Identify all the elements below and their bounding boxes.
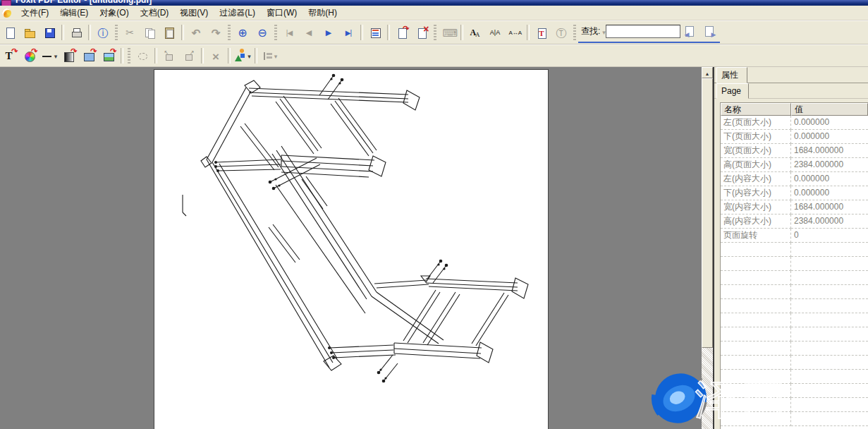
property-value-cell[interactable]: 0	[791, 229, 868, 243]
scrollbar-thumb[interactable]	[702, 78, 713, 348]
char-spacing-button[interactable]	[485, 23, 505, 42]
line-style-dropdown[interactable]	[54, 51, 58, 61]
insert-shape-button[interactable]	[233, 47, 252, 65]
zoom-in-button[interactable]	[233, 23, 252, 42]
page-canvas[interactable]	[154, 69, 549, 429]
edit-text-object-button[interactable]	[0, 47, 20, 65]
zoom-out-button[interactable]	[252, 23, 272, 42]
char-width-icon	[509, 27, 521, 39]
property-name-cell	[721, 342, 791, 356]
properties-panel: 属性 Page 名称 值 左(页面大小)0.000000下(页面大小)0.000…	[714, 67, 868, 429]
open-file-button[interactable]	[20, 23, 39, 42]
property-value-cell[interactable]: 1684.000000	[791, 200, 868, 214]
new-file-button[interactable]	[0, 23, 20, 42]
next-page-button[interactable]	[319, 23, 338, 42]
property-value-cell[interactable]: 0.000000	[791, 172, 868, 186]
property-value-cell	[791, 313, 868, 327]
rotate-left-button[interactable]	[159, 47, 179, 65]
property-name-cell	[721, 271, 791, 285]
property-row: 下(内容大小)0.000000	[721, 186, 868, 200]
title-bar[interactable]: Foxit PDF Editor - [dhtiduong.pdf]	[0, 0, 868, 6]
toolbar-separator	[154, 48, 157, 64]
menu-item-4[interactable]: 视图(V)	[174, 6, 214, 20]
add-text-button[interactable]	[532, 23, 551, 42]
property-value-cell[interactable]: 2384.000000	[791, 214, 868, 229]
menu-item-5[interactable]: 过滤器(L)	[214, 6, 261, 20]
zoom-out-icon	[257, 27, 269, 39]
redo-button[interactable]	[206, 23, 226, 42]
edit-color-button[interactable]	[20, 47, 39, 65]
copy-button[interactable]	[140, 23, 159, 42]
rotate-right-button[interactable]	[179, 47, 199, 65]
menu-item-0[interactable]: 文件(F)	[16, 6, 54, 20]
property-row: 高(页面大小)2384.000000	[721, 158, 868, 172]
edit-shading-button[interactable]	[59, 47, 79, 65]
char-width-button[interactable]	[505, 23, 525, 42]
line-icon	[42, 50, 54, 62]
property-value-cell[interactable]: 2384.000000	[791, 158, 868, 172]
page-setup-button[interactable]	[365, 23, 385, 42]
property-row-empty	[721, 285, 868, 299]
shapes-dropdown[interactable]	[247, 51, 251, 61]
property-value-cell[interactable]: 0.000000	[791, 130, 868, 144]
property-name-cell	[721, 313, 791, 327]
column-header-name[interactable]: 名称	[721, 103, 791, 116]
insert-page-button[interactable]	[392, 23, 412, 42]
menu-item-2[interactable]: 对象(O)	[94, 6, 134, 20]
keyboard-input-button[interactable]	[439, 23, 458, 42]
align-objects-button[interactable]	[259, 47, 279, 65]
menu-item-3[interactable]: 文档(D)	[135, 6, 175, 20]
find-input[interactable]	[606, 25, 680, 38]
add-image-button[interactable]	[99, 47, 118, 65]
properties-table: 名称 值 左(页面大小)0.000000下(页面大小)0.000000宽(页面大…	[720, 102, 868, 429]
find-next-button[interactable]	[700, 23, 720, 41]
document-info-button[interactable]	[93, 23, 113, 42]
properties-table-header: 名称 值	[721, 103, 868, 116]
find-label: 查找:	[581, 25, 600, 37]
previous-page-button[interactable]	[299, 23, 319, 42]
scroll-up-button[interactable]	[702, 67, 713, 78]
select-object-button[interactable]	[133, 47, 152, 65]
property-name-cell: 下(内容大小)	[721, 186, 791, 200]
property-value-cell	[791, 342, 868, 356]
workspace[interactable]	[0, 67, 702, 429]
cut-button[interactable]	[120, 23, 140, 42]
property-row-empty	[721, 327, 868, 342]
application-window: Foxit PDF Editor - [dhtiduong.pdf] 文件(F)…	[0, 0, 868, 429]
cut-icon	[124, 27, 136, 39]
property-name-cell	[721, 370, 791, 384]
undo-button[interactable]	[186, 23, 206, 42]
property-value-cell[interactable]: 1684.000000	[791, 144, 868, 158]
property-row-empty	[721, 412, 868, 426]
properties-tab-row: Page	[714, 83, 868, 99]
toolbar-separator	[460, 25, 463, 40]
tab-page[interactable]: Page	[716, 83, 749, 99]
delete-object-button[interactable]	[206, 47, 226, 65]
print-button[interactable]	[66, 23, 86, 42]
column-header-value[interactable]: 值	[791, 103, 868, 116]
property-value-cell[interactable]: 0.000000	[791, 116, 868, 130]
delete-icon	[210, 50, 222, 62]
last-page-button[interactable]	[338, 23, 358, 42]
edit-image-button[interactable]	[79, 47, 99, 65]
property-value-cell	[791, 356, 868, 370]
properties-title: 属性	[716, 67, 747, 83]
first-page-button[interactable]	[279, 23, 299, 42]
font-style-button[interactable]	[465, 23, 485, 42]
menu-item-7[interactable]: 帮助(H)	[302, 6, 343, 20]
menu-item-1[interactable]: 编辑(E)	[54, 6, 94, 20]
property-value-cell[interactable]: 0.000000	[791, 186, 868, 200]
text-mode-button[interactable]	[551, 23, 571, 42]
vertical-scrollbar[interactable]	[702, 67, 713, 429]
property-name-cell	[721, 384, 791, 398]
paste-button[interactable]	[159, 23, 179, 42]
save-button[interactable]	[39, 23, 59, 42]
delete-page-button[interactable]	[412, 23, 432, 42]
property-value-cell	[791, 243, 868, 257]
align-dropdown[interactable]	[274, 51, 278, 61]
toolbar-separator	[61, 25, 64, 40]
find-previous-button[interactable]	[680, 23, 700, 41]
line-style-button[interactable]	[39, 47, 59, 65]
next-page-icon	[323, 27, 335, 39]
menu-item-6[interactable]: 窗口(W)	[261, 6, 302, 20]
